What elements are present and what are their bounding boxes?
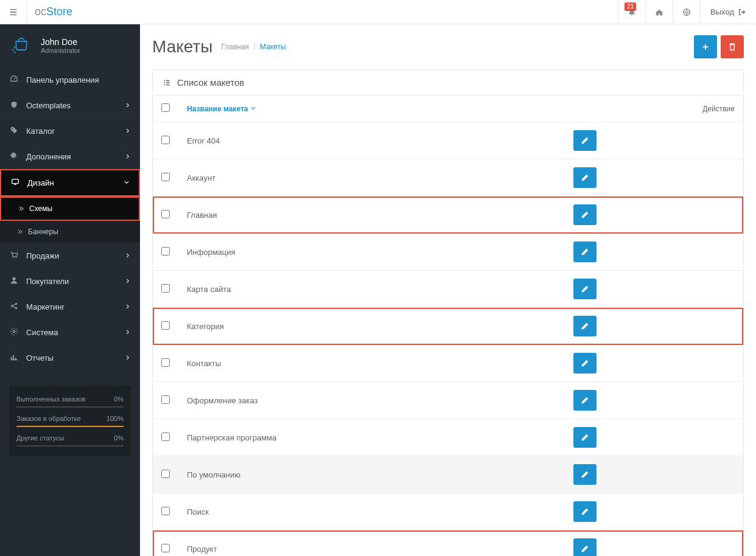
gear-icon	[9, 327, 19, 338]
chevron-right-icon	[125, 304, 131, 311]
pencil-icon	[581, 433, 589, 442]
pencil-icon	[581, 248, 589, 256]
edit-button[interactable]	[573, 204, 597, 225]
table-row: Аккаунт	[153, 159, 743, 196]
list-icon	[163, 78, 171, 87]
top-header: ocStore 21 Выход	[0, 0, 756, 24]
row-name: Error 404	[178, 122, 565, 159]
notifications-icon[interactable]: 21	[618, 0, 645, 24]
table-row: По умолчанию	[153, 456, 743, 493]
delete-button[interactable]	[721, 35, 744, 58]
stats-bar-1	[16, 426, 124, 427]
brand-logo[interactable]: ocStore	[27, 5, 80, 18]
help-icon[interactable]	[673, 0, 700, 24]
sidebar-subitem-1[interactable]: Баннеры	[0, 221, 140, 243]
table-row: Контакты	[153, 345, 743, 382]
signout-icon	[738, 8, 746, 16]
sidebar-item-5[interactable]: Продажи	[0, 243, 140, 268]
select-all-checkbox[interactable]	[161, 103, 170, 112]
edit-button[interactable]	[573, 427, 597, 448]
trash-icon	[728, 43, 737, 51]
stats-value: 0%	[114, 395, 124, 403]
stats-value: 0%	[114, 434, 124, 442]
edit-button[interactable]	[573, 316, 597, 336]
sidebar-item-label: Панель управления	[26, 75, 99, 85]
row-checkbox[interactable]	[161, 395, 170, 404]
sidebar: John Doe Administrator Панель управления…	[0, 24, 140, 556]
sidebar-item-label: Продажи	[26, 251, 59, 260]
edit-button[interactable]	[573, 390, 597, 411]
table-row: Error 404	[153, 122, 743, 159]
edit-button[interactable]	[573, 464, 597, 485]
logout-button[interactable]: Выход	[700, 0, 756, 24]
stats-label: Заказов в обработке	[16, 415, 81, 422]
panel-heading: Список макетов	[153, 70, 743, 96]
panel-heading-text: Список макетов	[177, 77, 244, 88]
sidebar-item-4[interactable]: Дизайн	[0, 169, 140, 196]
edit-button[interactable]	[573, 242, 597, 262]
double-chevron-icon	[18, 206, 24, 212]
row-checkbox[interactable]	[161, 507, 170, 515]
edit-button[interactable]	[573, 279, 597, 299]
pencil-icon	[581, 359, 589, 367]
table-row: Продукт	[153, 530, 743, 557]
main-content: Макеты Главная / Макеты Список макетов	[140, 24, 756, 556]
tag-icon	[9, 126, 19, 136]
row-checkbox[interactable]	[161, 358, 170, 367]
row-checkbox[interactable]	[161, 173, 170, 181]
table-row: Оформление заказ	[153, 382, 743, 419]
stats-label: Другие статусы	[16, 434, 65, 442]
pencil-icon	[581, 136, 589, 145]
row-checkbox[interactable]	[161, 321, 170, 330]
row-checkbox[interactable]	[161, 247, 170, 255]
sidebar-item-label: Маркетинг	[26, 302, 65, 311]
row-name: Контакты	[178, 345, 565, 382]
row-name: Категория	[178, 308, 565, 345]
row-checkbox[interactable]	[161, 210, 170, 218]
row-checkbox[interactable]	[161, 544, 170, 552]
sidebar-item-3[interactable]: Дополнения	[0, 144, 140, 169]
row-name: Информация	[178, 234, 565, 271]
share-icon	[9, 302, 19, 312]
edit-button[interactable]	[573, 501, 597, 522]
row-checkbox[interactable]	[161, 433, 170, 441]
chevron-right-icon	[125, 153, 131, 161]
home-icon[interactable]	[645, 0, 673, 24]
edit-button[interactable]	[573, 538, 597, 556]
chevron-down-icon	[250, 105, 256, 111]
sidebar-item-2[interactable]: Каталог	[0, 118, 140, 144]
pencil-icon	[581, 396, 589, 405]
row-checkbox[interactable]	[161, 470, 170, 478]
sidebar-item-1[interactable]: Octemplates	[0, 92, 140, 118]
chevron-down-icon	[124, 179, 130, 187]
sidebar-subitem-0[interactable]: Схемы	[0, 196, 140, 221]
sidebar-item-label: Octemplates	[26, 101, 71, 110]
stats-bar-0	[16, 406, 124, 408]
row-checkbox[interactable]	[161, 136, 170, 144]
column-name-sort[interactable]: Название макета	[187, 105, 256, 113]
pencil-icon	[581, 470, 589, 479]
row-name: Аккаунт	[178, 159, 565, 196]
edit-button[interactable]	[573, 130, 597, 151]
page-head: Макеты Главная / Макеты	[152, 35, 744, 58]
monitor-icon	[10, 178, 20, 188]
sidebar-item-6[interactable]: Покупатели	[0, 268, 140, 294]
edit-button[interactable]	[573, 353, 597, 374]
side-nav: Панель управления Octemplates Каталог До…	[0, 67, 140, 370]
row-checkbox[interactable]	[161, 284, 170, 293]
user-name: John Doe	[41, 37, 80, 47]
table-row: Информация	[153, 234, 743, 271]
breadcrumb-home[interactable]: Главная	[221, 43, 249, 51]
menu-toggle[interactable]	[0, 0, 27, 24]
edit-button[interactable]	[573, 167, 597, 188]
sidebar-item-8[interactable]: Система	[0, 319, 140, 345]
double-chevron-icon	[17, 229, 23, 235]
pencil-icon	[581, 173, 589, 182]
sidebar-item-7[interactable]: Маркетинг	[0, 294, 140, 319]
stats-widget: Выполненных заказов0%Заказов в обработке…	[9, 386, 131, 456]
sidebar-item-0[interactable]: Панель управления	[0, 67, 140, 92]
sidebar-item-9[interactable]: Отчеты	[0, 345, 140, 370]
chart-icon	[9, 353, 19, 363]
add-button[interactable]	[694, 35, 717, 58]
sidebar-subitem-label: Баннеры	[28, 228, 58, 236]
